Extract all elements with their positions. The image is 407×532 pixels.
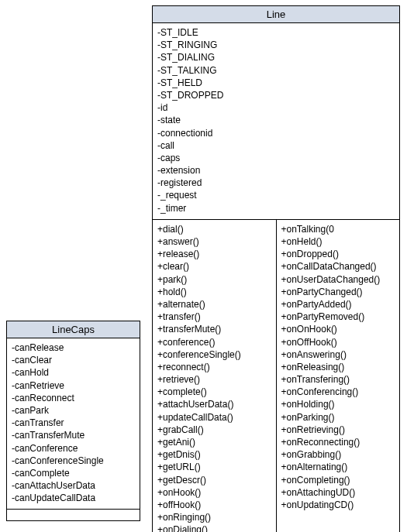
class-linecaps-title: LineCaps [7,321,140,338]
class-line-method: +getDescr() [157,474,271,486]
class-line-method: +onGrabbing() [281,448,395,461]
class-linecaps-attributes: -canRelease-canClear-canHold-canRetrieve… [7,338,140,510]
class-line-method: +onPartyChanged() [281,286,395,298]
class-line-method: +complete() [157,386,271,398]
class-line-attribute: -state [157,114,395,126]
class-line-method: +release() [157,248,271,260]
class-line-method: +onAttachingUD() [281,486,395,499]
class-line-method: +getDnis() [157,448,271,461]
class-linecaps-attribute: -canRelease [12,342,135,354]
class-linecaps-attribute: -canConference [12,442,135,455]
class-line-method: +retrieve() [157,373,271,386]
class-linecaps-attribute: -canClear [12,354,135,366]
class-line-method: +onOnHook() [281,323,395,335]
class-line-method: +clear() [157,260,271,273]
class-linecaps-attribute: -canPark [12,404,135,417]
class-linecaps-attribute: -canComplete [12,467,135,479]
class-line-methods: +dial()+answer()+release()+clear()+park(… [153,220,399,532]
class-line-attribute: -ST_DROPPED [157,89,395,101]
class-line-method: +onPartyRemoved() [281,311,395,323]
class-linecaps-attribute: -canUpdateCallData [12,492,135,504]
class-line-method: +park() [157,273,271,286]
class-line-method: +onDialing() [157,523,271,532]
class-line-title: Line [153,6,399,23]
class-line-method: +onCompleting() [281,474,395,486]
class-linecaps-attribute: -canTransferMute [12,429,135,441]
class-line: Line -ST_IDLE-ST_RINGING-ST_DIALING-ST_T… [152,5,400,532]
class-line-attribute: -_request [157,189,395,201]
class-linecaps-methods [7,510,140,520]
class-line-method: +onTransfering() [281,373,395,386]
class-line-method: +onAnswering() [281,348,395,361]
class-line-attribute: -extension [157,164,395,177]
class-line-method: +onConferencing() [281,386,395,398]
class-linecaps-attribute: -canReconnect [12,392,135,404]
class-line-method: +onRinging() [157,511,271,523]
class-line-method: +attachUserData() [157,398,271,410]
class-line-attribute: -ST_IDLE [157,26,395,39]
class-line-method: +onDropped() [281,248,395,260]
class-line-attribute: -ST_TALKING [157,64,395,77]
class-line-attribute: -connectionid [157,127,395,139]
class-line-method: +offHook() [157,499,271,511]
class-line-method: +dial() [157,223,271,235]
class-line-method: +onHeld() [281,235,395,248]
class-linecaps-attribute: -canConferenceSingle [12,455,135,467]
class-line-method: +grabCall() [157,424,271,436]
class-line-method: +conference() [157,336,271,348]
class-line-method: +onAlternating() [281,461,395,473]
class-line-method: +onTalking(0 [281,223,395,235]
class-line-attribute: -call [157,139,395,152]
class-line-methods-col1: +dial()+answer()+release()+clear()+park(… [153,220,277,532]
class-linecaps-attribute: -canTransfer [12,417,135,429]
class-linecaps-attribute: -canHold [12,366,135,379]
class-line-method: +transferMute() [157,323,271,335]
class-line-method: +answer() [157,235,271,248]
class-linecaps-attribute: -canAttachUserData [12,479,135,492]
class-line-method: +onUserDataChanged() [281,273,395,286]
class-line-method: +onCallDataChanged() [281,260,395,273]
class-line-attribute: -ST_DIALING [157,51,395,63]
class-line-attribute: -ST_RINGING [157,39,395,51]
class-line-methods-col2: +onTalking(0+onHeld()+onDropped()+onCall… [277,220,400,532]
class-line-attribute: -caps [157,152,395,164]
class-line-attribute: -registered [157,177,395,189]
class-line-attribute: -ST_HELD [157,77,395,89]
class-linecaps-attribute: -canRetrieve [12,379,135,392]
class-line-method: +updateCallData() [157,411,271,424]
class-line-method: +onPartyAdded() [281,298,395,311]
class-line-attribute: -id [157,101,395,114]
class-line-method: +onParking() [281,411,395,424]
class-line-method: +onOffHook() [281,336,395,348]
class-line-method: +conferenceSingle() [157,348,271,361]
class-line-attribute: -_timer [157,202,395,215]
class-line-method: +onUpdatingCD() [281,499,395,511]
class-line-method: +reconnect() [157,361,271,373]
class-line-method: +alternate() [157,298,271,311]
class-line-attributes: -ST_IDLE-ST_RINGING-ST_DIALING-ST_TALKIN… [153,23,399,220]
class-line-method: +getURL() [157,461,271,473]
class-line-method: +onRetrieving() [281,424,395,436]
class-line-method: +hold() [157,286,271,298]
class-line-method: +onReleasing() [281,361,395,373]
class-line-method: +onReconnecting() [281,436,395,448]
class-line-method: +getAni() [157,436,271,448]
class-line-method: +transfer() [157,311,271,323]
class-line-method: +onHolding() [281,398,395,410]
class-line-method: +onHook() [157,486,271,499]
class-linecaps: LineCaps -canRelease-canClear-canHold-ca… [6,321,140,521]
